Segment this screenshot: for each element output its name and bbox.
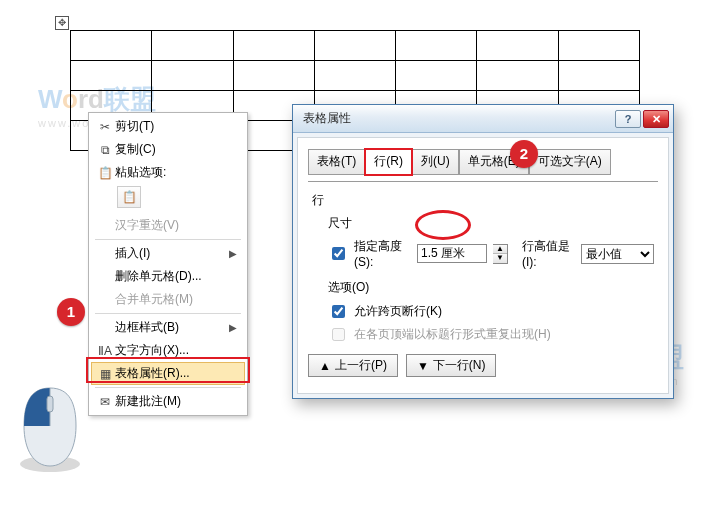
menu-label: 边框样式(B) [115,319,229,336]
menu-label: 插入(I) [115,245,229,262]
dialog-close-button[interactable]: ✕ [643,110,669,128]
prev-row-button[interactable]: ▲ 上一行(P) [308,354,398,377]
cut-icon: ✂ [95,119,115,135]
menu-hanzi-reselect: 汉字重选(V) [91,214,245,237]
tab-table[interactable]: 表格(T) [308,149,365,175]
menu-label: 文字方向(X)... [115,342,237,359]
tabstrip: 表格(T) 行(R) 列(U) 单元格(E) 可选文字(A) [308,148,658,174]
table-properties-icon: ▦ [95,366,115,382]
annotation-badge-1: 1 [57,298,85,326]
menu-copy[interactable]: ⧉ 复制(C) [91,138,245,161]
paste-keep-source-button[interactable]: 📋 [117,186,141,208]
menu-label: 剪切(T) [115,118,237,135]
menu-label: 汉字重选(V) [115,217,237,234]
down-arrow-icon: ▼ [417,359,429,373]
tab-column[interactable]: 列(U) [412,149,459,175]
menu-separator [95,239,241,240]
menu-table-properties[interactable]: ▦ 表格属性(R)... [91,362,245,385]
menu-label: 新建批注(M) [115,393,237,410]
svg-rect-2 [47,396,53,412]
row-height-input[interactable] [417,244,487,263]
menu-label: 复制(C) [115,141,237,158]
submenu-arrow-icon: ▶ [229,248,237,259]
menu-text-direction[interactable]: ⅡA 文字方向(X)... [91,339,245,362]
dialog-help-button[interactable]: ? [615,110,641,128]
paste-option-row: 📋 [91,184,245,214]
comment-icon: ✉ [95,394,115,410]
row-height-is-label: 行高值是(I): [522,238,575,269]
table-properties-dialog: 表格属性 ? ✕ 表格(T) 行(R) 列(U) 单元格(E) 可选文字(A) … [292,104,674,399]
specify-height-checkbox[interactable] [332,247,345,260]
copy-icon: ⧉ [95,142,115,158]
menu-label: 表格属性(R)... [115,365,237,382]
row-height-is-select[interactable]: 最小值 [581,244,654,264]
tabstrip-line [308,181,658,182]
table-move-handle[interactable]: ✥ [55,16,69,30]
allow-break-label: 允许跨页断行(K) [354,303,442,320]
repeat-header-checkbox [332,328,345,341]
menu-cut[interactable]: ✂ 剪切(T) [91,115,245,138]
annotation-badge-2: 2 [510,140,538,168]
menu-label: 合并单元格(M) [115,291,237,308]
text-direction-icon: ⅡA [95,343,115,359]
paste-icon: 📋 [95,165,115,181]
menu-paste-options-header: 📋 粘贴选项: [91,161,245,184]
up-arrow-icon: ▲ [319,359,331,373]
menu-label: 粘贴选项: [115,164,237,181]
menu-insert[interactable]: 插入(I) ▶ [91,242,245,265]
context-menu: ✂ 剪切(T) ⧉ 复制(C) 📋 粘贴选项: 📋 汉字重选(V) 插入(I) … [88,112,248,416]
size-section-label: 尺寸 [328,215,654,232]
menu-merge-cells: 合并单元格(M) [91,288,245,311]
menu-label: 删除单元格(D)... [115,268,237,285]
menu-separator [95,387,241,388]
menu-new-comment[interactable]: ✉ 新建批注(M) [91,390,245,413]
row-height-spinner[interactable]: ▲▼ [493,244,508,264]
specify-height-label: 指定高度(S): [354,238,411,269]
dialog-title: 表格属性 [303,110,613,127]
tab-alt-text[interactable]: 可选文字(A) [529,149,611,175]
options-section-label: 选项(O) [328,279,654,296]
menu-separator [95,313,241,314]
mouse-illustration [14,382,86,474]
menu-border-style[interactable]: 边框样式(B) ▶ [91,316,245,339]
tab-row[interactable]: 行(R) [365,149,412,175]
row-section-label: 行 [312,192,654,209]
dialog-body: 表格(T) 行(R) 列(U) 单元格(E) 可选文字(A) 行 尺寸 指定高度… [297,137,669,394]
submenu-arrow-icon: ▶ [229,322,237,333]
next-row-button[interactable]: ▼ 下一行(N) [406,354,497,377]
allow-break-checkbox[interactable] [332,305,345,318]
repeat-header-label: 在各页顶端以标题行形式重复出现(H) [354,326,551,343]
dialog-titlebar[interactable]: 表格属性 ? ✕ [293,105,673,133]
menu-delete-cells[interactable]: 删除单元格(D)... [91,265,245,288]
